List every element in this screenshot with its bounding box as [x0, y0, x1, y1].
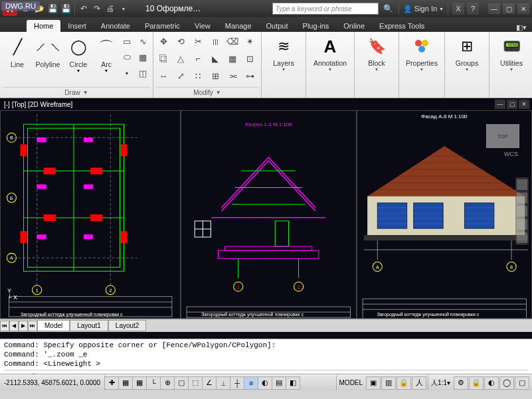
utilities-button[interactable]: 📟Utilities▼	[492, 34, 531, 72]
qat-dropdown-icon[interactable]: ▼	[118, 3, 130, 15]
sign-in-button[interactable]: 👤 Sign In ▼	[403, 5, 444, 13]
tab-online[interactable]: Online	[336, 20, 372, 32]
qat-print-icon[interactable]: 🖨	[104, 3, 116, 15]
transparency-icon[interactable]: ◐	[258, 376, 272, 390]
annotation-scale-icon[interactable]: 🔒	[397, 376, 411, 390]
panel-title[interactable]: Modify▼	[156, 87, 258, 98]
panel-title[interactable]: Draw▼	[3, 87, 150, 98]
scale-icon[interactable]: ⤢	[173, 68, 188, 83]
viewport-section[interactable]: Разрез 1-1 М 1:100 12 Загородный коттедж…	[181, 110, 356, 319]
circle-button[interactable]: ◯Circle▼	[64, 34, 93, 84]
ortho-icon[interactable]: └	[146, 376, 161, 390]
polar-icon[interactable]: ⊕	[160, 376, 175, 390]
layout-tab-2[interactable]: Layout2	[108, 320, 147, 331]
tab-express-tools[interactable]: Express Tools	[372, 20, 432, 32]
help-icon[interactable]: ?	[467, 3, 479, 15]
snap3d-icon[interactable]: ⬚	[188, 376, 203, 390]
tab-first-icon[interactable]: ⏮	[0, 321, 9, 331]
chamfer-icon[interactable]: ◣	[208, 51, 222, 66]
viewport-close-icon[interactable]: ✕	[519, 100, 529, 109]
erase-icon[interactable]: ⌫	[225, 34, 240, 48]
scale-readout[interactable]: 人 1:1 ▾	[428, 375, 453, 390]
offset-icon[interactable]: ⊡	[242, 51, 257, 66]
ellipse-icon[interactable]: ⬭	[120, 50, 134, 64]
array-icon[interactable]: ▦	[225, 51, 240, 66]
qat-new-icon[interactable]: 🗋	[20, 3, 32, 15]
otrack-icon[interactable]: ∠	[202, 376, 217, 390]
viewport-plan[interactable]: 12ВБА Y└ X Загородный коттедж улучшенной…	[0, 110, 181, 319]
groups-button[interactable]: ⊞Groups▼	[448, 34, 486, 72]
arc-button[interactable]: ⌒Arc▼	[94, 34, 118, 84]
tab-output[interactable]: Output	[259, 20, 296, 32]
close-button[interactable]: ✕	[517, 3, 529, 14]
hardware-accel-icon[interactable]: ◐	[484, 376, 499, 390]
properties-button[interactable]: Properties▼	[402, 34, 442, 72]
qat-saveas-icon[interactable]: 💾	[60, 3, 72, 15]
qat-undo-icon[interactable]: ↶	[78, 3, 90, 15]
annotation-button[interactable]: AAnnotation▼	[309, 34, 351, 72]
snap-icon[interactable]: ▦	[118, 376, 133, 390]
viewport-label[interactable]: [-] [Top] [2D Wireframe]	[0, 101, 72, 108]
qp-icon[interactable]: ▤	[272, 376, 286, 390]
viewport-facade[interactable]: TOP WCS Фасад А-8 М 1:100 А8	[357, 110, 532, 319]
app-logo[interactable]: A	[3, 1, 17, 16]
tab-plugins[interactable]: Plug-ins	[296, 20, 337, 32]
spline-icon[interactable]: ∿	[135, 34, 150, 48]
workspace-switching-icon[interactable]: ⚙	[454, 376, 468, 390]
tab-insert[interactable]: Insert	[60, 20, 94, 32]
rectangle-icon[interactable]: ▭	[120, 34, 134, 48]
block-button[interactable]: 🔖Block▼	[357, 34, 396, 72]
layout-tab-model[interactable]: Model	[37, 320, 70, 331]
break-icon[interactable]: ⫘	[225, 68, 240, 83]
viewport-minimize-icon[interactable]: ―	[495, 100, 505, 109]
qat-open-icon[interactable]: 📂	[33, 3, 45, 15]
trim-icon[interactable]: ✂	[191, 34, 205, 48]
help-search-input[interactable]: Type a keyword or phrase	[272, 3, 379, 15]
clean-screen-icon[interactable]: ▢	[515, 376, 529, 390]
tab-manage[interactable]: Manage	[218, 20, 259, 32]
infer-constraints-icon[interactable]: ✚	[104, 376, 119, 390]
viewport-maximize-icon[interactable]: ▢	[507, 100, 517, 109]
move-icon[interactable]: ✥	[156, 34, 171, 48]
tab-parametric[interactable]: Parametric	[137, 20, 187, 32]
qat-save-icon[interactable]: 💾	[46, 3, 58, 15]
join-icon[interactable]: ⊶	[242, 68, 257, 83]
layout-tab-1[interactable]: Layout1	[70, 320, 108, 331]
tab-prev-icon[interactable]: ◀	[9, 321, 19, 331]
rotate-icon[interactable]: ⟲	[173, 34, 188, 48]
isolate-objects-icon[interactable]: ◯	[499, 376, 514, 390]
mirror-icon[interactable]: △	[173, 51, 188, 66]
tab-last-icon[interactable]: ⏭	[28, 321, 37, 331]
ducs-icon[interactable]: ⟂	[216, 376, 230, 390]
coordinates-readout[interactable]: -2112.5393, 45875.6021, 0.0000	[0, 375, 105, 390]
quickview-drawings-icon[interactable]: ▥	[381, 376, 396, 390]
orbit-icon[interactable]	[517, 219, 527, 230]
model-space-button[interactable]: MODEL	[336, 375, 366, 390]
region-icon[interactable]: ◫	[135, 66, 150, 80]
polyline-button[interactable]: ⟋⟍Polyline	[33, 34, 62, 84]
steering-wheel-icon[interactable]	[517, 179, 527, 190]
extend-icon[interactable]: ⫼	[208, 34, 222, 48]
tab-view[interactable]: View	[187, 20, 218, 32]
viewcube[interactable]: TOP	[486, 124, 519, 148]
exchange-icon[interactable]: X	[452, 3, 464, 15]
ribbon-options-icon[interactable]: ◧▾	[516, 23, 532, 32]
zoom-icon[interactable]	[517, 206, 527, 216]
explode-icon[interactable]: ✴	[242, 34, 257, 48]
dyn-icon[interactable]: ┼	[230, 376, 244, 390]
annotation-visibility-icon[interactable]: 人	[412, 376, 426, 390]
grid-icon[interactable]: ▦	[132, 376, 147, 390]
align-icon[interactable]: ⊞	[208, 68, 222, 83]
copy-icon[interactable]: ⿻	[156, 51, 171, 66]
showmotion-icon[interactable]	[517, 232, 527, 243]
tab-annotate[interactable]: Annotate	[94, 20, 137, 32]
sc-icon[interactable]: ◧	[286, 376, 300, 390]
quickview-layouts-icon[interactable]: ▣	[366, 376, 381, 390]
tab-next-icon[interactable]: ▶	[19, 321, 28, 331]
fillet-icon[interactable]: ⌐	[191, 51, 205, 66]
maximize-button[interactable]: ▢	[503, 3, 515, 14]
lineweight-icon[interactable]: ≡	[244, 376, 258, 390]
stretch-icon[interactable]: ↔	[156, 68, 171, 83]
line-button[interactable]: ╱Line	[3, 34, 32, 84]
search-icon[interactable]: 🔍	[383, 3, 395, 15]
